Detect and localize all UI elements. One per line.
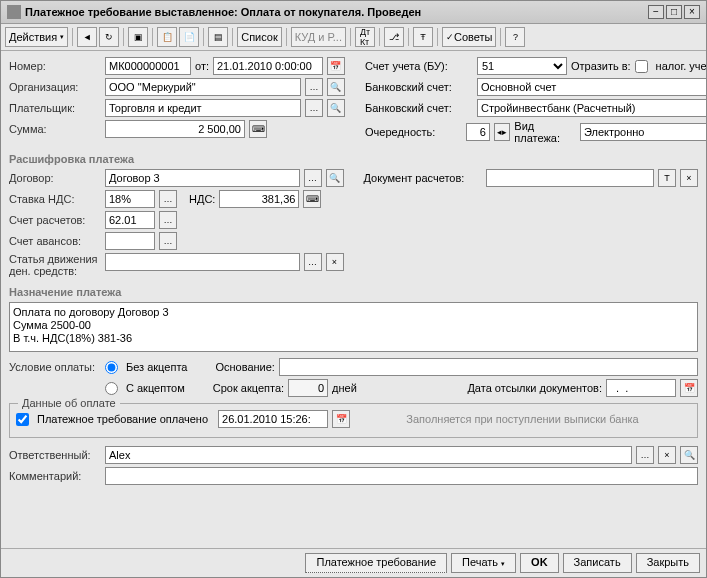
paid-checkbox[interactable]: [16, 413, 29, 426]
date-field[interactable]: [213, 57, 323, 75]
account-label: Счет учета (БУ):: [365, 60, 473, 72]
calcdoc-field[interactable]: [486, 169, 655, 187]
kudir-button[interactable]: КУД и Р...: [291, 27, 346, 47]
org-select-button[interactable]: …: [305, 78, 323, 96]
paid-label: Платежное требование оплачено: [37, 413, 208, 425]
actions-menu[interactable]: Действия: [5, 27, 68, 47]
contract-select-button[interactable]: …: [304, 169, 322, 187]
doc-link[interactable]: Платежное требование: [305, 553, 447, 573]
bank2-label: Банковский счет:: [365, 102, 473, 114]
minimize-button[interactable]: −: [648, 5, 664, 19]
calculator-icon[interactable]: ⌨: [249, 120, 267, 138]
basis-field[interactable]: [279, 358, 698, 376]
bottom-bar: Платежное требование Печать OK Записать …: [1, 548, 706, 577]
tax-checkbox[interactable]: [635, 60, 648, 73]
bank1-label: Банковский счет:: [365, 81, 473, 93]
sum-field[interactable]: [105, 120, 245, 138]
advacc-label: Счет авансов:: [9, 235, 101, 247]
account-select[interactable]: 51: [477, 57, 567, 75]
dtKt-button[interactable]: ДтКт: [355, 27, 375, 47]
flowitem-field[interactable]: [105, 253, 300, 271]
structure-button[interactable]: ⎇: [384, 27, 404, 47]
paid-date-cal-button[interactable]: 📅: [332, 410, 350, 428]
resp-field[interactable]: [105, 446, 632, 464]
toolbar-icon-4[interactable]: ▤: [208, 27, 228, 47]
calendar-icon[interactable]: 📅: [327, 57, 345, 75]
maximize-button[interactable]: □: [666, 5, 682, 19]
calcdoc-t-button[interactable]: T: [658, 169, 676, 187]
flowitem-select-button[interactable]: …: [304, 253, 322, 271]
calcdoc-clear-button[interactable]: ×: [680, 169, 698, 187]
advice-button[interactable]: ✓ Советы: [442, 27, 496, 47]
resp-clear-button[interactable]: ×: [658, 446, 676, 464]
toolbar: Действия ◄ ↻ ▣ 📋 📄 ▤ Список КУД и Р... Д…: [1, 24, 706, 51]
help-button[interactable]: ?: [505, 27, 525, 47]
from-label: от:: [195, 60, 209, 72]
close-footer-button[interactable]: Закрыть: [636, 553, 700, 573]
advacc-field[interactable]: [105, 232, 155, 250]
contract-field[interactable]: [105, 169, 300, 187]
resp-select-button[interactable]: …: [636, 446, 654, 464]
payer-field[interactable]: [105, 99, 301, 117]
contract-open-button[interactable]: 🔍: [326, 169, 344, 187]
payer-open-button[interactable]: 🔍: [327, 99, 345, 117]
decode-header: Расшифровка платежа: [9, 153, 698, 165]
paid-date-field[interactable]: [218, 410, 328, 428]
no-accept-label: Без акцепта: [126, 361, 187, 373]
flowitem-label: Статья движения ден. средств:: [9, 253, 101, 277]
toolbar-icon-1[interactable]: ▣: [128, 27, 148, 47]
app-icon: [7, 5, 21, 19]
senddate-field[interactable]: [606, 379, 676, 397]
ok-button[interactable]: OK: [520, 553, 559, 573]
paydata-fieldset: Данные об оплате Платежное требование оп…: [9, 403, 698, 438]
tax-label: налог. учете: [656, 60, 706, 72]
accept-term-label: Срок акцепта:: [213, 382, 284, 394]
sum-label: Сумма:: [9, 123, 101, 135]
payer-select-button[interactable]: …: [305, 99, 323, 117]
bank1-field[interactable]: [477, 78, 706, 96]
priority-label: Очередность:: [365, 126, 462, 138]
toolbar-icon-2[interactable]: 📋: [157, 27, 177, 47]
paycond-label: Условие оплаты:: [9, 361, 101, 373]
vatrate-select-button[interactable]: …: [159, 190, 177, 208]
tt-button[interactable]: Ŧ: [413, 27, 433, 47]
vatrate-field[interactable]: [105, 190, 155, 208]
print-button[interactable]: Печать: [451, 553, 516, 573]
number-field[interactable]: [105, 57, 191, 75]
basis-label: Основание:: [215, 361, 274, 373]
with-accept-radio[interactable]: [105, 382, 118, 395]
calcacc-select-button[interactable]: …: [159, 211, 177, 229]
toolbar-icon-3[interactable]: 📄: [179, 27, 199, 47]
close-button[interactable]: ×: [684, 5, 700, 19]
flowitem-clear-button[interactable]: ×: [326, 253, 344, 271]
vat-calc-button[interactable]: ⌨: [303, 190, 321, 208]
senddate-label: Дата отсылки документов:: [467, 382, 602, 394]
save-button[interactable]: Записать: [563, 553, 632, 573]
comment-field[interactable]: [105, 467, 698, 485]
days-label: дней: [332, 382, 357, 394]
window-title: Платежное требование выставленное: Оплат…: [25, 6, 646, 18]
paytype-field[interactable]: [580, 123, 706, 141]
back-button[interactable]: ◄: [77, 27, 97, 47]
contract-label: Договор:: [9, 172, 101, 184]
priority-spinner[interactable]: ◂▸: [494, 123, 510, 141]
purpose-textarea[interactable]: Оплата по договору Договор 3 Сумма 2500-…: [9, 302, 698, 352]
priority-field[interactable]: [466, 123, 490, 141]
paydata-note: Заполняется при поступлении выписки банк…: [354, 413, 691, 425]
org-open-button[interactable]: 🔍: [327, 78, 345, 96]
reflect-label: Отразить в:: [571, 60, 631, 72]
number-label: Номер:: [9, 60, 101, 72]
advacc-select-button[interactable]: …: [159, 232, 177, 250]
resp-open-button[interactable]: 🔍: [680, 446, 698, 464]
with-accept-label: С акцептом: [126, 382, 185, 394]
bank2-field[interactable]: [477, 99, 706, 117]
vat-field[interactable]: [219, 190, 299, 208]
org-label: Организация:: [9, 81, 101, 93]
no-accept-radio[interactable]: [105, 361, 118, 374]
accept-term-field[interactable]: [288, 379, 328, 397]
list-button[interactable]: Список: [237, 27, 282, 47]
org-field[interactable]: [105, 78, 301, 96]
senddate-cal-button[interactable]: 📅: [680, 379, 698, 397]
refresh-button[interactable]: ↻: [99, 27, 119, 47]
calcacc-field[interactable]: [105, 211, 155, 229]
